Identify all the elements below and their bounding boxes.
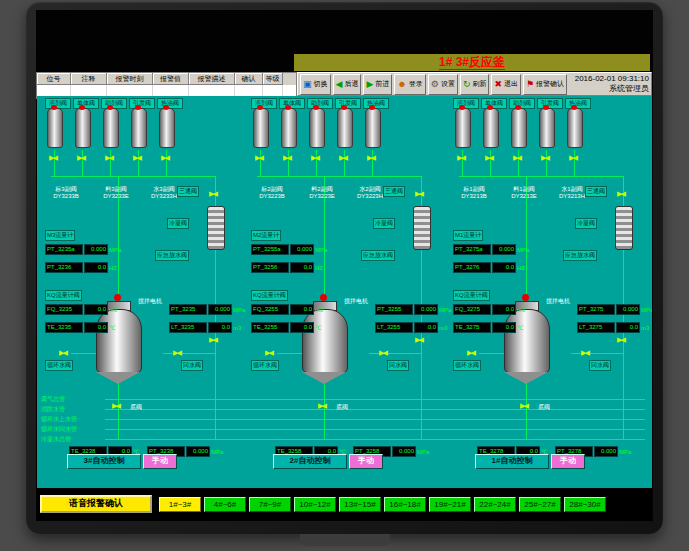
valve-icon[interactable]: ▶◀ xyxy=(569,154,576,161)
valve-icon[interactable]: ▶◀ xyxy=(617,336,624,343)
pipe xyxy=(459,176,624,177)
alarm-ack-button[interactable]: ⚑报警确认 xyxy=(523,74,567,95)
instrument-unit: m3 xyxy=(439,325,447,331)
label-chip-three_way[interactable]: 三通阀 xyxy=(383,186,405,197)
valve-icon[interactable]: ▶◀ xyxy=(415,336,422,343)
valve-icon[interactable]: ▶◀ xyxy=(318,402,325,409)
monitor-icon: ▣ xyxy=(303,80,312,89)
page-button[interactable]: 25#~27# xyxy=(519,497,561,512)
valve-icon[interactable]: ▶◀ xyxy=(311,154,318,161)
label-chip-emergency[interactable]: 应急放水阀 xyxy=(361,250,395,261)
label-chip-three_way[interactable]: 三通阀 xyxy=(177,186,199,197)
page-button[interactable]: 28#~30# xyxy=(564,497,606,512)
valve-icon[interactable]: ▶◀ xyxy=(255,154,262,161)
manual-button[interactable]: 手动 xyxy=(551,454,585,469)
valve-icon[interactable]: ▶◀ xyxy=(379,349,386,356)
instrument-tag: PT_3276 xyxy=(453,262,491,273)
label-chip-ret[interactable]: 回水阀 xyxy=(387,360,409,371)
page-button[interactable]: 16#~18# xyxy=(384,497,426,512)
bottom-valve-label: 底阀 xyxy=(535,404,553,411)
label-chip-flow[interactable]: KQ流量计阀 xyxy=(251,290,288,301)
valve-icon[interactable]: ▶◀ xyxy=(513,154,520,161)
valve-icon[interactable]: ▶◀ xyxy=(415,190,422,197)
toolbar-button-arrow-left[interactable]: ◀后退 xyxy=(333,74,362,95)
toolbar-button-gear[interactable]: ⚙设置 xyxy=(428,74,458,95)
page-button[interactable]: 4#~6# xyxy=(204,497,246,512)
instrument-TE_3235: TE_32350.0℃ xyxy=(45,322,116,333)
page-button[interactable]: 10#~12# xyxy=(294,497,336,512)
toolbar-button-user[interactable]: ☻登录 xyxy=(394,74,425,95)
valve-icon[interactable]: ▶◀ xyxy=(581,349,588,356)
instrument-unit: MPa xyxy=(315,247,327,253)
label-chip-flow[interactable]: KQ流量计阀 xyxy=(453,290,490,301)
valve-icon[interactable]: ▶◀ xyxy=(49,154,56,161)
valve-icon[interactable]: ▶◀ xyxy=(59,349,66,356)
toolbar-button-refresh[interactable]: ↻刷新 xyxy=(460,74,490,95)
manual-button[interactable]: 手动 xyxy=(349,454,383,469)
label-chip-circ[interactable]: 循环水阀 xyxy=(453,360,481,371)
label-chip-condense[interactable]: 冷凝阀 xyxy=(167,218,189,229)
valve-icon[interactable]: ▶◀ xyxy=(339,154,346,161)
valve-icon[interactable]: ▶◀ xyxy=(209,190,216,197)
valve-icon[interactable]: ▶◀ xyxy=(133,154,140,161)
valve-icon[interactable]: ▶◀ xyxy=(617,190,624,197)
valve-icon[interactable]: ▶◀ xyxy=(541,154,548,161)
toolbar-button-label: 登录 xyxy=(409,79,423,89)
alarm-col-header: 报警时刻 xyxy=(107,73,153,85)
valve-icon[interactable]: ▶◀ xyxy=(77,154,84,161)
instrument-unit: MPa xyxy=(619,449,631,455)
valve-icon[interactable]: ▶◀ xyxy=(457,154,464,161)
valve-icon[interactable]: ▶◀ xyxy=(467,349,474,356)
condenser xyxy=(413,206,431,250)
label-chip-meter[interactable]: M3流量计 xyxy=(45,230,75,241)
valve-icon[interactable]: ▶◀ xyxy=(161,154,168,161)
instrument-unit: m3 xyxy=(233,325,241,331)
instrument-unit: m3 xyxy=(109,307,117,313)
valve-icon[interactable]: ▶◀ xyxy=(485,154,492,161)
valve-icon[interactable]: ▶◀ xyxy=(265,349,272,356)
instrument-unit: HZ xyxy=(109,265,117,271)
pipe xyxy=(479,353,506,354)
auto-control-button[interactable]: 1#自动控制 xyxy=(475,454,549,469)
bottom-valve-label: 底阀 xyxy=(333,404,351,411)
manual-button[interactable]: 手动 xyxy=(143,454,177,469)
label-chip-ret[interactable]: 回水阀 xyxy=(181,360,203,371)
label-chip-meter[interactable]: M1流量计 xyxy=(453,230,483,241)
label-chip-emergency[interactable]: 应急放水阀 xyxy=(563,250,597,261)
valve-icon[interactable]: ▶◀ xyxy=(105,154,112,161)
metering-tank xyxy=(567,108,583,148)
label-chip-flow[interactable]: KQ流量计阀 xyxy=(45,290,82,301)
valve-icon[interactable]: ▶◀ xyxy=(209,336,216,343)
pipe xyxy=(71,353,98,354)
instrument-value: 0.0 xyxy=(84,322,108,333)
instrument-tag: TE_3255 xyxy=(251,322,289,333)
auto-control-button[interactable]: 3#自动控制 xyxy=(67,454,141,469)
label-chip-ret[interactable]: 回水阀 xyxy=(589,360,611,371)
label-chip-circ[interactable]: 循环水阀 xyxy=(251,360,279,371)
toolbar-button-exit[interactable]: ✖退出 xyxy=(491,74,521,95)
label-chip-emergency[interactable]: 应急放水阀 xyxy=(155,250,189,261)
valve-icon[interactable]: ▶◀ xyxy=(367,154,374,161)
pipe xyxy=(324,383,325,439)
page-button[interactable]: 19#~21# xyxy=(429,497,471,512)
label-chip-meter[interactable]: M2流量计 xyxy=(251,230,281,241)
page-button[interactable]: 22#~24# xyxy=(474,497,516,512)
valve-icon[interactable]: ▶◀ xyxy=(173,349,180,356)
valve-icon[interactable]: ▶◀ xyxy=(112,402,119,409)
page-button[interactable]: 13#~15# xyxy=(339,497,381,512)
auto-control-button[interactable]: 2#自动控制 xyxy=(273,454,347,469)
instrument-tag: LT_3275 xyxy=(577,322,615,333)
label-chip-condense[interactable]: 冷凝阀 xyxy=(575,218,597,229)
label-chip-circ[interactable]: 循环水阀 xyxy=(45,360,73,371)
label-chip-condense[interactable]: 冷凝阀 xyxy=(373,218,395,229)
pipe xyxy=(369,353,422,354)
valve-icon[interactable]: ▶◀ xyxy=(283,154,290,161)
voice-alarm-ack-button[interactable]: 语音报警确认 xyxy=(40,495,152,513)
toolbar-button-monitor[interactable]: ▣切换 xyxy=(300,74,331,95)
page-button[interactable]: 7#~9# xyxy=(249,497,291,512)
valve-tag-name: 标2副阀 xyxy=(249,186,295,193)
valve-icon[interactable]: ▶◀ xyxy=(520,402,527,409)
page-button[interactable]: 1#~3# xyxy=(159,497,201,512)
toolbar-button-arrow-right[interactable]: ▶前进 xyxy=(363,74,392,95)
label-chip-three_way[interactable]: 三通阀 xyxy=(585,186,607,197)
